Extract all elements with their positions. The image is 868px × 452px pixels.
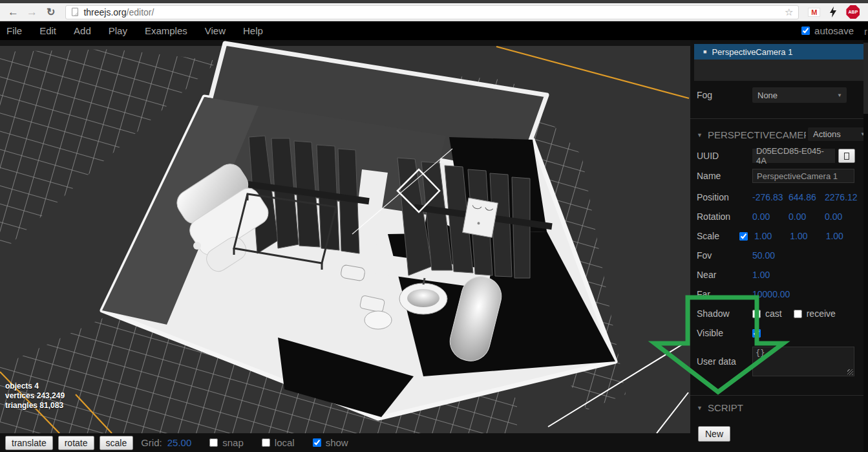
scale-x[interactable]: 1.00	[754, 231, 790, 241]
visible-label: Visible	[697, 328, 752, 338]
snap-label: snap	[222, 437, 244, 448]
scale-label: Scale	[697, 231, 739, 241]
show-label: show	[326, 437, 348, 448]
userdata-label: User data	[697, 356, 752, 367]
object-type-title: PERSPECTIVECAMERA	[708, 129, 806, 140]
gmail-icon[interactable]: M	[808, 8, 820, 17]
adblock-icon[interactable]: ABP	[846, 5, 860, 19]
rotation-y[interactable]: 0.00	[789, 211, 825, 222]
rotation-label: Rotation	[697, 211, 752, 222]
scale-lock-checkbox[interactable]	[739, 232, 748, 241]
bookmark-star-icon[interactable]: ☆	[785, 6, 793, 18]
page-icon	[72, 8, 78, 16]
grid-size-value[interactable]: 25.00	[167, 437, 192, 448]
editor-menubar: File Edit Add Play Examples View Help au…	[0, 21, 868, 40]
viewport-toolbar: translate rotate scale Grid: 25.00 snap …	[0, 433, 690, 452]
url-domain: threejs.org	[83, 7, 126, 17]
local-label: local	[275, 437, 295, 448]
stat-triangles: triangles 81,083	[5, 401, 65, 411]
uuid-refresh-button[interactable]	[838, 149, 855, 163]
reload-icon[interactable]: ↻	[47, 7, 55, 17]
sidebar-scrollbar[interactable]	[863, 40, 868, 452]
autosave-checkbox[interactable]	[801, 27, 810, 35]
near-value[interactable]: 1.00	[752, 270, 789, 280]
chevron-down-icon: ▼	[837, 92, 842, 98]
menu-edit[interactable]: Edit	[39, 25, 56, 36]
object-bullet-icon: ■	[703, 48, 706, 55]
outliner-panel[interactable]: ■ PerspectiveCamera 1	[694, 44, 863, 81]
stat-objects: objects 4	[5, 382, 65, 391]
local-checkbox[interactable]	[262, 438, 270, 447]
shadow-label: Shadow	[697, 308, 752, 319]
scene-stats: objects 4 vertices 243,249 triangles 81,…	[5, 382, 65, 411]
scrollbar-thumb[interactable]	[863, 43, 868, 114]
name-label: Name	[697, 171, 752, 181]
lightning-icon[interactable]	[829, 6, 837, 17]
object-panel-header: ▼ PERSPECTIVECAMERA Actions ▼	[697, 129, 806, 140]
menu-examples[interactable]: Examples	[145, 25, 187, 36]
stat-vertices: vertices 243,249	[5, 391, 65, 401]
rotation-x[interactable]: 0.00	[752, 211, 789, 222]
resize-handle-icon[interactable]	[847, 369, 853, 375]
fov-value[interactable]: 50.00	[752, 250, 789, 261]
script-panel-header: ▼ SCRIPT	[697, 402, 743, 413]
uuid-label: UUID	[697, 151, 752, 161]
fog-select[interactable]: None ▼	[752, 87, 847, 103]
autosave-label: autosave	[814, 25, 854, 36]
userdata-textarea[interactable]: {}	[752, 347, 854, 376]
menu-add[interactable]: Add	[74, 25, 91, 36]
divider	[690, 118, 863, 119]
viewport-3d-scene	[0, 40, 690, 433]
rotation-z[interactable]: 0.00	[825, 211, 861, 222]
new-script-button[interactable]: New	[698, 426, 730, 442]
url-text[interactable]: threejs.org/editor/	[83, 7, 154, 17]
forward-icon[interactable]: →	[26, 6, 37, 17]
divider	[690, 395, 863, 396]
position-x[interactable]: -276.83	[752, 192, 789, 202]
name-input[interactable]: PerspectiveCamera 1	[752, 169, 854, 183]
position-label: Position	[697, 192, 752, 202]
threejs-editor-window: ← → ↻ threejs.org/editor/ ☆ M ABP File E…	[0, 0, 868, 452]
fog-value: None	[757, 91, 778, 100]
uuid-value: D05ECD85-E045-4A	[752, 149, 835, 163]
position-z[interactable]: 2276.12	[825, 192, 861, 202]
rotate-button[interactable]: rotate	[58, 436, 94, 450]
outliner-selected-row[interactable]: ■ PerspectiveCamera 1	[694, 44, 863, 59]
near-label: Near	[697, 270, 752, 280]
extension-bar: M ABP	[808, 5, 860, 19]
scale-button[interactable]: scale	[100, 436, 134, 450]
visible-checkbox[interactable]	[752, 329, 761, 338]
far-value[interactable]: 10000.00	[752, 289, 804, 299]
washing-machine	[463, 198, 498, 237]
cast-label: cast	[765, 308, 782, 319]
script-title: SCRIPT	[708, 402, 743, 413]
menu-play[interactable]: Play	[109, 25, 127, 36]
viewport-3d[interactable]: objects 4 vertices 243,249 triangles 81,…	[0, 40, 690, 433]
address-bar[interactable]: threejs.org/editor/ ☆	[65, 5, 799, 19]
collapse-caret-icon[interactable]: ▼	[697, 132, 703, 138]
grid-label: Grid:	[141, 437, 162, 448]
fov-label: Fov	[697, 250, 752, 261]
sidebar: ■ PerspectiveCamera 1 Fog None ▼ ▼ PERSP…	[690, 40, 868, 452]
back-icon[interactable]: ←	[8, 6, 19, 17]
browser-toolbar: ← → ↻ threejs.org/editor/ ☆ M ABP	[0, 3, 868, 21]
actions-label: Actions	[813, 129, 841, 139]
url-path: /editor/	[127, 7, 154, 17]
couch-foot	[193, 242, 201, 250]
show-checkbox[interactable]	[313, 438, 321, 447]
userdata-value: {}	[756, 349, 765, 358]
translate-button[interactable]: translate	[5, 436, 53, 450]
actions-select[interactable]: Actions ▼	[808, 127, 868, 141]
menu-help[interactable]: Help	[243, 25, 263, 36]
far-label: Far	[697, 289, 752, 299]
menu-view[interactable]: View	[205, 25, 226, 36]
shadow-cast-checkbox[interactable]	[752, 310, 761, 318]
shadow-receive-checkbox[interactable]	[794, 310, 802, 318]
position-y[interactable]: 644.86	[789, 192, 825, 202]
outliner-item-label: PerspectiveCamera 1	[712, 47, 792, 57]
collapse-caret-icon[interactable]: ▼	[697, 405, 703, 411]
scale-y[interactable]: 1.00	[790, 231, 825, 241]
menu-file[interactable]: File	[6, 25, 22, 36]
scale-z[interactable]: 1.00	[826, 231, 862, 241]
snap-checkbox[interactable]	[209, 438, 218, 447]
